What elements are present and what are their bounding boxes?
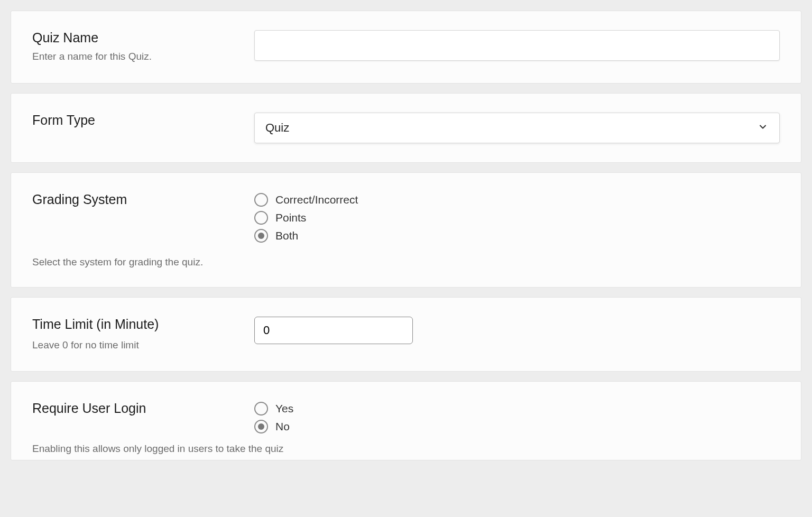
quiz-name-label: Quiz Name (32, 30, 238, 45)
radio-points[interactable]: Points (254, 211, 780, 225)
time-limit-input[interactable] (254, 317, 413, 344)
radio-label-points: Points (275, 211, 306, 224)
form-type-select[interactable]: Quiz (254, 113, 780, 143)
quiz-name-desc: Enter a name for this Quiz. (32, 50, 238, 64)
require-login-radio-group: Yes No (254, 402, 780, 433)
radio-icon (254, 402, 268, 416)
radio-label-yes: Yes (275, 402, 293, 415)
radio-login-yes[interactable]: Yes (254, 402, 780, 416)
radio-label-correct: Correct/Incorrect (275, 193, 358, 206)
panel-require-login: Require User Login Yes No Enabling this … (11, 381, 801, 460)
form-type-selected: Quiz (265, 121, 289, 135)
radio-icon (254, 211, 268, 225)
radio-both[interactable]: Both (254, 229, 780, 243)
quiz-name-input[interactable] (254, 30, 780, 61)
grading-system-radio-group: Correct/Incorrect Points Both (254, 193, 780, 243)
radio-login-no[interactable]: No (254, 420, 780, 433)
panel-quiz-name: Quiz Name Enter a name for this Quiz. (11, 11, 801, 84)
radio-icon-selected (254, 229, 268, 243)
grading-system-label: Grading System (32, 192, 238, 207)
radio-correct-incorrect[interactable]: Correct/Incorrect (254, 193, 780, 207)
grading-system-desc: Select the system for grading the quiz. (32, 256, 780, 268)
form-type-label: Form Type (32, 113, 238, 128)
time-limit-desc: Leave 0 for no time limit (32, 338, 238, 353)
radio-icon-selected (254, 420, 268, 433)
time-limit-label: Time Limit (in Minute) (32, 317, 238, 332)
radio-label-both: Both (275, 229, 298, 242)
radio-icon (254, 193, 268, 207)
radio-label-no: No (275, 420, 290, 433)
require-login-label: Require User Login (32, 401, 238, 416)
require-login-desc: Enabling this allows only logged in user… (32, 443, 780, 455)
panel-form-type: Form Type Quiz (11, 93, 801, 163)
panel-time-limit: Time Limit (in Minute) Leave 0 for no ti… (11, 297, 801, 372)
panel-grading-system: Grading System Correct/Incorrect Points … (11, 172, 801, 288)
